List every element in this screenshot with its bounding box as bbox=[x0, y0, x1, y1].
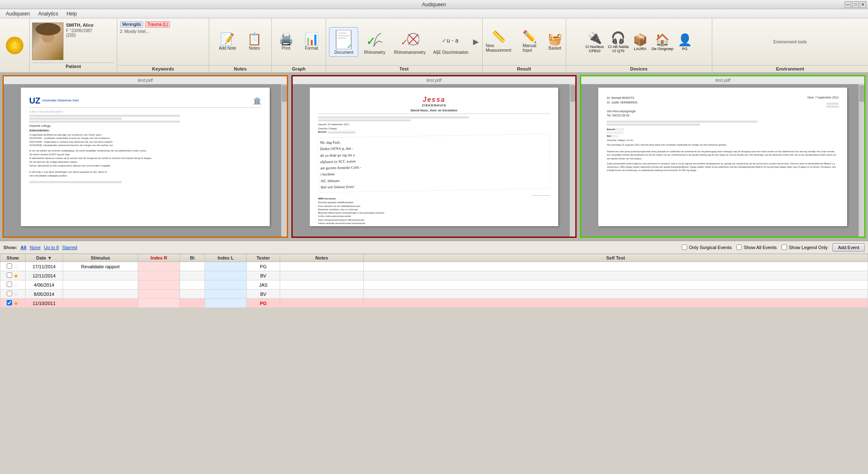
menu-analytics[interactable]: Analytics bbox=[34, 10, 62, 18]
add-note-button[interactable]: 📝 Add Note bbox=[215, 31, 240, 53]
row5-index-r bbox=[138, 299, 180, 308]
col-index-l: Index L bbox=[205, 254, 247, 262]
row2-checkbox[interactable] bbox=[7, 272, 12, 278]
print-button[interactable]: 🖨️ Print bbox=[275, 31, 297, 53]
show-label: Show: bbox=[3, 245, 17, 250]
svg-text:✓: ✓ bbox=[442, 37, 447, 44]
col-show: Show bbox=[0, 254, 25, 262]
show-row: Show: All None Up to 8 Starred Only Surg… bbox=[0, 241, 868, 254]
show-none-link[interactable]: None bbox=[30, 245, 40, 250]
result-section: 📏 NewMeasurement ✏️ ManualInput 🧺 Basket… bbox=[483, 18, 566, 72]
doc1-scrollbar[interactable] bbox=[281, 84, 287, 237]
row2-star[interactable]: ★ bbox=[13, 272, 19, 279]
row5-bi bbox=[180, 299, 205, 308]
row4-date: 8/05/2014 bbox=[25, 290, 63, 299]
new-measurement-icon: 📏 bbox=[491, 31, 506, 43]
row3-star[interactable]: ☆ bbox=[13, 282, 19, 288]
doc3-scrollbar[interactable] bbox=[858, 84, 864, 237]
patient-info: SMITH, Alice F °23/06/1987 (250) bbox=[63, 23, 94, 38]
table-row: ★ 12/11/2014 BV bbox=[0, 271, 868, 280]
row2-index-r bbox=[138, 271, 180, 280]
row4-tester: BV bbox=[247, 290, 280, 299]
row1-star[interactable]: ☆ bbox=[13, 263, 19, 270]
pg-button[interactable]: 👤 PG bbox=[677, 32, 693, 52]
ase-discrimination-tool-button[interactable]: ✓ u - a A§E Discrimination bbox=[430, 27, 471, 57]
show-starred-link[interactable]: Starred bbox=[62, 245, 77, 250]
legend-only-checkbox[interactable]: Show Legend Only bbox=[782, 245, 828, 250]
svg-rect-1 bbox=[338, 33, 347, 34]
rhinometry-tool-button[interactable]: ✓ Rhinometry bbox=[360, 27, 389, 57]
row5-checkbox[interactable] bbox=[7, 300, 12, 305]
show-upto8-link[interactable]: Up to 8 bbox=[44, 245, 58, 250]
row5-star[interactable]: ★ bbox=[13, 300, 19, 307]
print-label: Print bbox=[282, 46, 291, 50]
row1-notes bbox=[280, 262, 364, 271]
ci-ab-naida-button[interactable]: 🎧 CI AB NaídaCI Q70 bbox=[607, 30, 630, 54]
notes-label: Notes bbox=[249, 46, 260, 50]
add-event-button[interactable]: Add Event bbox=[833, 243, 865, 252]
window-controls: — □ ✕ bbox=[845, 1, 866, 8]
doc3-page: Dr. Michaël BOEDTS Dr. Judith VERMEIREN … bbox=[598, 88, 847, 226]
all-events-checkbox[interactable]: Show All Events bbox=[736, 245, 777, 250]
manual-input-button[interactable]: ✏️ ManualInput bbox=[519, 29, 541, 55]
keyword-trauma[interactable]: Trauma (L) bbox=[145, 21, 170, 28]
row5-tester: PG bbox=[247, 299, 280, 308]
row4-checkbox[interactable] bbox=[7, 291, 12, 296]
basket-button[interactable]: 🧺 Basket bbox=[544, 31, 566, 53]
row1-show: ☆ bbox=[0, 262, 25, 271]
close-button[interactable]: ✕ bbox=[860, 1, 866, 8]
keywords-section: Meningitis Trauma (L) 2: Mostly Intel...… bbox=[117, 18, 209, 72]
doc1-page: UZ Universitair Ziekenhuis Gent 🏛️ ● fin… bbox=[21, 88, 270, 226]
format-button[interactable]: 📊 Format bbox=[301, 31, 323, 53]
row3-notes bbox=[280, 280, 364, 290]
row2-tester: BV bbox=[247, 271, 280, 280]
keyword-meningitis[interactable]: Meningitis bbox=[120, 21, 143, 28]
row2-show: ★ bbox=[0, 271, 25, 280]
notes-button[interactable]: 📋 Notes bbox=[243, 31, 266, 53]
surgical-checkbox-input[interactable] bbox=[682, 245, 687, 250]
row1-checkbox[interactable] bbox=[7, 263, 12, 269]
document-tool-button[interactable]: ✓ Document bbox=[329, 27, 358, 57]
ase-label: A§E Discrimination bbox=[433, 50, 468, 55]
patient-avatar bbox=[32, 23, 63, 60]
row4-show: ☆ bbox=[0, 290, 25, 299]
row5-date: 11/10/2011 bbox=[25, 299, 63, 308]
sort-icon[interactable]: ▼ bbox=[48, 255, 52, 260]
notes-section: 📝 Add Note 📋 Notes Notes bbox=[209, 18, 272, 72]
de-oorgroep-button[interactable]: 🏠 De Oorgroep bbox=[651, 32, 674, 52]
notes-section-label: Notes bbox=[209, 65, 271, 72]
ci-nucleus-button[interactable]: 🔌 CI NucleusCP810 bbox=[585, 30, 605, 54]
menu-help[interactable]: Help bbox=[62, 10, 81, 18]
row2-bi bbox=[180, 271, 205, 280]
de-oorgroep-icon: 🏠 bbox=[655, 33, 670, 47]
add-note-label: Add Note bbox=[219, 46, 236, 50]
test-more-button[interactable]: ▶ bbox=[473, 37, 479, 46]
row1-tester: PG bbox=[247, 262, 280, 271]
doc-panel-2: test.pdf Jessa ZIEKENHUIS Dienst Neus-, … bbox=[291, 75, 577, 238]
row4-index-l bbox=[205, 290, 247, 299]
minimize-button[interactable]: — bbox=[845, 1, 851, 8]
legend-checkbox-input[interactable] bbox=[782, 245, 787, 250]
new-measurement-button[interactable]: 📏 NewMeasurement bbox=[482, 29, 515, 55]
row4-star[interactable]: ☆ bbox=[13, 291, 19, 298]
row4-notes bbox=[280, 290, 364, 299]
toolbar: 🌟 SMITH, Alice F °23/06/1987 (250) Patie… bbox=[0, 18, 868, 73]
show-all-link[interactable]: All bbox=[20, 245, 26, 250]
surgical-events-checkbox[interactable]: Only Surgical Events bbox=[682, 245, 731, 250]
row4-index-r bbox=[138, 290, 180, 299]
table-header-row: Show Date ▼ Stimulus Index R Bi Index L … bbox=[0, 254, 868, 262]
all-events-checkbox-input[interactable] bbox=[736, 245, 742, 250]
maximize-button[interactable]: □ bbox=[852, 1, 859, 8]
row3-checkbox[interactable] bbox=[7, 282, 12, 287]
row3-date: 4/06/2014 bbox=[25, 280, 63, 290]
svg-rect-2 bbox=[338, 35, 349, 36]
doc2-scrollbar[interactable] bbox=[569, 84, 575, 237]
menu-audiqueen[interactable]: Audiqueen bbox=[2, 10, 34, 18]
laura-label: LAURA bbox=[634, 47, 646, 51]
test-section-label: Test bbox=[326, 65, 482, 72]
table-row: ☆ 17/11/2014 Revalidatie rapport PG bbox=[0, 262, 868, 271]
pg-label: PG bbox=[682, 47, 688, 51]
rhinomanometry-tool-button[interactable]: ✓ Rhinomanometry bbox=[391, 27, 428, 57]
ci-nucleus-label: CI NucleusCP810 bbox=[585, 45, 604, 53]
laura-button[interactable]: 📦 LAURA bbox=[632, 32, 648, 52]
